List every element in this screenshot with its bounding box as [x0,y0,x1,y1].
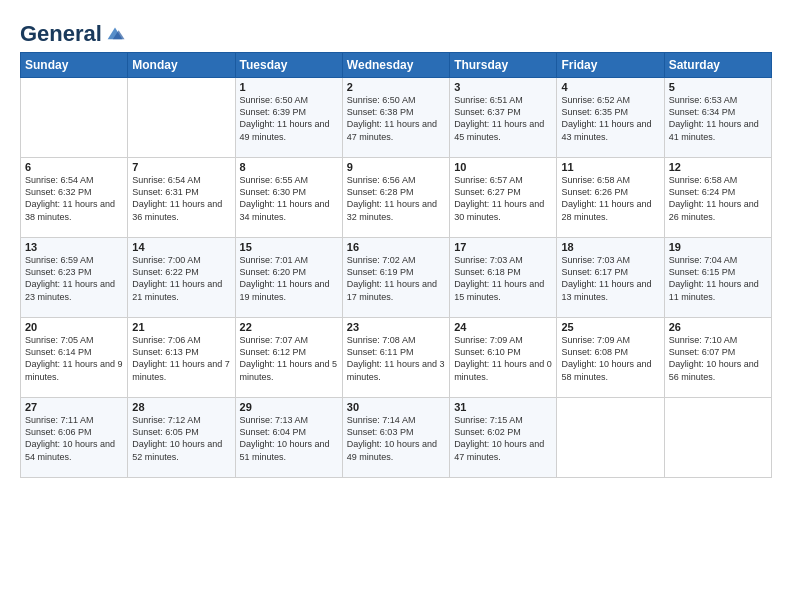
day-info: Sunrise: 6:50 AM Sunset: 6:38 PM Dayligh… [347,94,445,143]
header-cell-thursday: Thursday [450,53,557,78]
day-info: Sunrise: 7:12 AM Sunset: 6:05 PM Dayligh… [132,414,230,463]
calendar-cell: 16Sunrise: 7:02 AM Sunset: 6:19 PM Dayli… [342,238,449,318]
week-row-3: 13Sunrise: 6:59 AM Sunset: 6:23 PM Dayli… [21,238,772,318]
header-cell-tuesday: Tuesday [235,53,342,78]
day-number: 16 [347,241,445,253]
day-number: 2 [347,81,445,93]
day-info: Sunrise: 6:51 AM Sunset: 6:37 PM Dayligh… [454,94,552,143]
day-number: 14 [132,241,230,253]
day-number: 24 [454,321,552,333]
day-info: Sunrise: 7:05 AM Sunset: 6:14 PM Dayligh… [25,334,123,383]
day-info: Sunrise: 6:54 AM Sunset: 6:31 PM Dayligh… [132,174,230,223]
calendar-cell: 29Sunrise: 7:13 AM Sunset: 6:04 PM Dayli… [235,398,342,478]
day-number: 10 [454,161,552,173]
day-number: 8 [240,161,338,173]
logo-icon [104,23,126,45]
day-info: Sunrise: 7:03 AM Sunset: 6:18 PM Dayligh… [454,254,552,303]
day-number: 25 [561,321,659,333]
day-number: 6 [25,161,123,173]
week-row-4: 20Sunrise: 7:05 AM Sunset: 6:14 PM Dayli… [21,318,772,398]
day-number: 20 [25,321,123,333]
day-info: Sunrise: 6:52 AM Sunset: 6:35 PM Dayligh… [561,94,659,143]
day-number: 29 [240,401,338,413]
day-info: Sunrise: 7:06 AM Sunset: 6:13 PM Dayligh… [132,334,230,383]
calendar-cell: 18Sunrise: 7:03 AM Sunset: 6:17 PM Dayli… [557,238,664,318]
page: General SundayMondayTuesdayWednesdayThur… [0,0,792,488]
calendar-cell: 26Sunrise: 7:10 AM Sunset: 6:07 PM Dayli… [664,318,771,398]
day-info: Sunrise: 7:10 AM Sunset: 6:07 PM Dayligh… [669,334,767,383]
day-info: Sunrise: 7:03 AM Sunset: 6:17 PM Dayligh… [561,254,659,303]
calendar-cell: 10Sunrise: 6:57 AM Sunset: 6:27 PM Dayli… [450,158,557,238]
header-row: SundayMondayTuesdayWednesdayThursdayFrid… [21,53,772,78]
calendar-cell: 5Sunrise: 6:53 AM Sunset: 6:34 PM Daylig… [664,78,771,158]
day-info: Sunrise: 6:58 AM Sunset: 6:24 PM Dayligh… [669,174,767,223]
day-number: 4 [561,81,659,93]
header-cell-sunday: Sunday [21,53,128,78]
day-info: Sunrise: 7:02 AM Sunset: 6:19 PM Dayligh… [347,254,445,303]
day-info: Sunrise: 7:07 AM Sunset: 6:12 PM Dayligh… [240,334,338,383]
header: General [20,18,772,44]
calendar-cell: 12Sunrise: 6:58 AM Sunset: 6:24 PM Dayli… [664,158,771,238]
day-info: Sunrise: 7:04 AM Sunset: 6:15 PM Dayligh… [669,254,767,303]
calendar-cell: 24Sunrise: 7:09 AM Sunset: 6:10 PM Dayli… [450,318,557,398]
calendar-cell: 13Sunrise: 6:59 AM Sunset: 6:23 PM Dayli… [21,238,128,318]
calendar-cell: 4Sunrise: 6:52 AM Sunset: 6:35 PM Daylig… [557,78,664,158]
day-info: Sunrise: 6:53 AM Sunset: 6:34 PM Dayligh… [669,94,767,143]
day-info: Sunrise: 7:13 AM Sunset: 6:04 PM Dayligh… [240,414,338,463]
calendar-cell: 28Sunrise: 7:12 AM Sunset: 6:05 PM Dayli… [128,398,235,478]
calendar-cell: 6Sunrise: 6:54 AM Sunset: 6:32 PM Daylig… [21,158,128,238]
calendar-cell: 8Sunrise: 6:55 AM Sunset: 6:30 PM Daylig… [235,158,342,238]
calendar-cell: 11Sunrise: 6:58 AM Sunset: 6:26 PM Dayli… [557,158,664,238]
calendar-cell: 20Sunrise: 7:05 AM Sunset: 6:14 PM Dayli… [21,318,128,398]
header-cell-saturday: Saturday [664,53,771,78]
calendar-cell: 25Sunrise: 7:09 AM Sunset: 6:08 PM Dayli… [557,318,664,398]
day-number: 9 [347,161,445,173]
calendar-cell [21,78,128,158]
week-row-2: 6Sunrise: 6:54 AM Sunset: 6:32 PM Daylig… [21,158,772,238]
calendar-cell [664,398,771,478]
day-info: Sunrise: 7:14 AM Sunset: 6:03 PM Dayligh… [347,414,445,463]
day-info: Sunrise: 7:09 AM Sunset: 6:08 PM Dayligh… [561,334,659,383]
day-number: 19 [669,241,767,253]
calendar-cell: 17Sunrise: 7:03 AM Sunset: 6:18 PM Dayli… [450,238,557,318]
day-info: Sunrise: 6:50 AM Sunset: 6:39 PM Dayligh… [240,94,338,143]
header-cell-wednesday: Wednesday [342,53,449,78]
calendar-cell [128,78,235,158]
day-number: 31 [454,401,552,413]
day-number: 15 [240,241,338,253]
calendar-cell: 9Sunrise: 6:56 AM Sunset: 6:28 PM Daylig… [342,158,449,238]
day-number: 11 [561,161,659,173]
day-info: Sunrise: 6:55 AM Sunset: 6:30 PM Dayligh… [240,174,338,223]
day-number: 21 [132,321,230,333]
calendar-cell: 14Sunrise: 7:00 AM Sunset: 6:22 PM Dayli… [128,238,235,318]
day-info: Sunrise: 7:00 AM Sunset: 6:22 PM Dayligh… [132,254,230,303]
calendar-cell: 21Sunrise: 7:06 AM Sunset: 6:13 PM Dayli… [128,318,235,398]
header-cell-friday: Friday [557,53,664,78]
header-cell-monday: Monday [128,53,235,78]
calendar-cell: 2Sunrise: 6:50 AM Sunset: 6:38 PM Daylig… [342,78,449,158]
day-info: Sunrise: 7:15 AM Sunset: 6:02 PM Dayligh… [454,414,552,463]
day-number: 1 [240,81,338,93]
day-info: Sunrise: 6:58 AM Sunset: 6:26 PM Dayligh… [561,174,659,223]
day-info: Sunrise: 7:11 AM Sunset: 6:06 PM Dayligh… [25,414,123,463]
logo: General [20,22,126,44]
day-number: 28 [132,401,230,413]
day-number: 27 [25,401,123,413]
calendar-cell: 22Sunrise: 7:07 AM Sunset: 6:12 PM Dayli… [235,318,342,398]
calendar-cell: 19Sunrise: 7:04 AM Sunset: 6:15 PM Dayli… [664,238,771,318]
calendar-cell: 27Sunrise: 7:11 AM Sunset: 6:06 PM Dayli… [21,398,128,478]
day-number: 23 [347,321,445,333]
calendar-cell: 3Sunrise: 6:51 AM Sunset: 6:37 PM Daylig… [450,78,557,158]
day-info: Sunrise: 6:56 AM Sunset: 6:28 PM Dayligh… [347,174,445,223]
week-row-1: 1Sunrise: 6:50 AM Sunset: 6:39 PM Daylig… [21,78,772,158]
day-info: Sunrise: 6:54 AM Sunset: 6:32 PM Dayligh… [25,174,123,223]
calendar-cell [557,398,664,478]
day-info: Sunrise: 6:59 AM Sunset: 6:23 PM Dayligh… [25,254,123,303]
day-number: 12 [669,161,767,173]
logo-text: General [20,22,102,46]
calendar-cell: 23Sunrise: 7:08 AM Sunset: 6:11 PM Dayli… [342,318,449,398]
day-number: 3 [454,81,552,93]
day-info: Sunrise: 7:08 AM Sunset: 6:11 PM Dayligh… [347,334,445,383]
calendar-cell: 1Sunrise: 6:50 AM Sunset: 6:39 PM Daylig… [235,78,342,158]
day-number: 13 [25,241,123,253]
